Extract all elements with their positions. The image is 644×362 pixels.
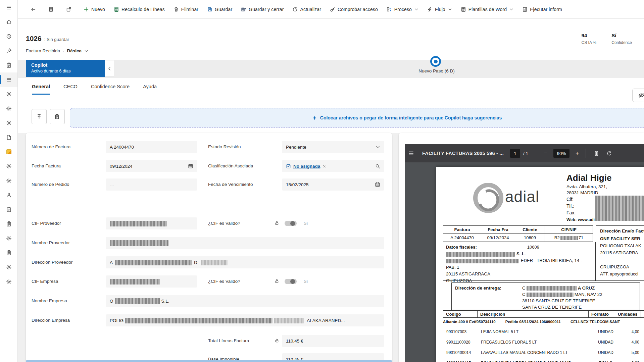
chevron-down-icon[interactable] xyxy=(84,49,88,53)
record-list-button[interactable] xyxy=(45,4,57,15)
sidebar-item-settings-5[interactable] xyxy=(0,173,17,188)
sidebar-item-pinned[interactable] xyxy=(0,44,17,58)
toolbar-label: Guardar xyxy=(215,7,232,12)
sidebar-item-clipboard-3[interactable] xyxy=(0,217,17,231)
cif-empresa-field[interactable] xyxy=(106,275,197,288)
pdf-page-total: / 1 xyxy=(523,151,528,156)
toolbar-label: Comprobar acceso xyxy=(338,7,378,12)
toolbar-ejecutar-informe-button[interactable]: Ejecutar inform xyxy=(522,7,562,12)
toolbar-actualizar-button[interactable]: Actualizar xyxy=(292,7,321,12)
sidebar-item-user[interactable] xyxy=(0,188,17,202)
hamburger-icon xyxy=(408,150,414,156)
pdf-fit-page-button[interactable] xyxy=(590,151,603,156)
toolbar-proceso-button[interactable]: Proceso xyxy=(387,7,418,12)
ejecutar-informe-icon xyxy=(522,7,528,12)
hide-panel-button[interactable] xyxy=(632,89,644,102)
process-stage-icon[interactable] xyxy=(430,56,441,67)
sidebar-item-settings-4[interactable] xyxy=(0,159,17,173)
field-label: CIF Empresa xyxy=(32,275,104,288)
stat-cs-ia: 94 CS IA % xyxy=(574,33,604,45)
sidebar-item-home[interactable] xyxy=(0,15,17,29)
tab-ayuda[interactable]: Ayuda xyxy=(143,84,157,95)
toolbar-recalculo-button[interactable]: Recalculo de Líneas xyxy=(114,7,165,12)
chevron-down-icon[interactable] xyxy=(376,145,380,149)
divider xyxy=(60,5,60,14)
invoice-line-item: 99030100415BOLSA BASURA NEGRA 85X105 G-1… xyxy=(443,358,644,362)
back-button[interactable] xyxy=(28,4,39,15)
copilot-collapse-button[interactable] xyxy=(105,60,114,77)
cif-valido-toggle[interactable] xyxy=(285,221,297,226)
chevron-down-icon[interactable] xyxy=(509,7,513,11)
field-label: Fecha de Vencimiento xyxy=(208,178,268,191)
estado-revision-select[interactable]: Pendiente xyxy=(282,141,384,153)
open-new-window-button[interactable] xyxy=(63,4,75,15)
sidebar-item-recent[interactable] xyxy=(0,29,17,44)
fecha-factura-field[interactable]: 09/12/2024 xyxy=(106,160,197,172)
sidebar-item-clipboard-1[interactable] xyxy=(0,58,17,72)
nombre-proveedor-field[interactable] xyxy=(106,237,384,249)
sidebar-item-settings-3[interactable] xyxy=(0,116,17,130)
tab-confidence-score[interactable]: Confidence Score xyxy=(91,84,130,95)
toolbar-nuevo-button[interactable]: Nuevo xyxy=(84,7,105,12)
form-selector[interactable]: Básica xyxy=(67,48,82,53)
sidebar-item-settings-6[interactable] xyxy=(0,231,17,246)
entity-list-icon xyxy=(6,77,12,83)
vencimiento-field[interactable]: 15/02/2025 xyxy=(282,178,384,191)
toolbar-flujo-button[interactable]: Flujo xyxy=(427,7,452,12)
pdf-zoom-in-button[interactable]: + xyxy=(573,150,582,157)
direccion-proveedor-field[interactable]: A D xyxy=(106,256,384,268)
sidebar-item-menu[interactable] xyxy=(0,0,17,15)
direccion-empresa-field[interactable]: POLIG ALAKA ARANED... xyxy=(106,314,384,326)
process-stage-label[interactable]: Nuevo Paso (6 D) xyxy=(403,68,470,73)
cif-valido-toggle[interactable] xyxy=(285,279,297,284)
tab-ceco[interactable]: CECO xyxy=(63,84,78,95)
copilot-banner[interactable]: Copilot Activo durante 6 días xyxy=(26,60,105,77)
chevron-down-icon[interactable] xyxy=(448,7,452,11)
copilot-hint-text: Colocar archivos o pegar de forma inteli… xyxy=(320,115,502,120)
sidebar-item-settings-2[interactable] xyxy=(0,101,17,116)
app-colored-icon xyxy=(6,149,11,154)
horizontal-scrollbar[interactable] xyxy=(26,360,392,362)
numero-pedido-field[interactable]: --- xyxy=(106,178,197,191)
calendar-icon[interactable] xyxy=(375,182,380,187)
numero-factura-field[interactable]: A 24004470 xyxy=(106,141,197,153)
toolbar-label: Proceso xyxy=(394,7,412,12)
tab-general[interactable]: General xyxy=(32,84,50,95)
settings-2-icon xyxy=(6,106,12,111)
sidebar-item-settings-1[interactable] xyxy=(0,87,17,101)
pdf-zoom-out-button[interactable]: − xyxy=(541,150,550,157)
toolbar-plantillas-word-button[interactable]: Plantillas de Word xyxy=(461,7,513,12)
pdf-menu-button[interactable] xyxy=(405,150,417,156)
pdf-rotate-button[interactable] xyxy=(603,151,615,156)
total-lineas-field[interactable]: 110,45 € xyxy=(282,335,384,347)
pdf-viewport[interactable]: adial Adial Higie Avda. Albufera, 321, 2… xyxy=(405,162,644,362)
toolbar-comprobar-acceso-button[interactable]: Comprobar acceso xyxy=(330,7,378,12)
clasificacion-link[interactable]: No asignada xyxy=(293,164,320,169)
sidebar-item-entity-list[interactable] xyxy=(0,72,17,87)
eliminar-icon xyxy=(174,7,179,12)
copilot-dropzone[interactable]: Colocar archivos o pegar de forma inteli… xyxy=(70,108,644,127)
sidebar-item-document[interactable] xyxy=(0,130,17,145)
left-nav-rail xyxy=(0,0,18,362)
actualizar-icon xyxy=(292,7,298,12)
toolbar-guardar-cerrar-button[interactable]: Guardar y cerrar xyxy=(241,7,284,12)
close-icon[interactable] xyxy=(323,164,326,168)
toolbar-eliminar-button[interactable]: Eliminar xyxy=(174,7,198,12)
fit-page-icon xyxy=(594,151,599,156)
sidebar-item-app-colored[interactable] xyxy=(0,145,17,159)
clasificacion-lookup[interactable]: No asignada xyxy=(282,160,384,172)
sidebar-item-clipboard-2[interactable] xyxy=(0,202,17,217)
nombre-empresa-field[interactable]: O S.L. xyxy=(106,295,384,307)
sidebar-item-clipboard-4[interactable] xyxy=(0,246,17,260)
pdf-zoom-level[interactable]: 90% xyxy=(553,149,569,158)
smart-paste-button[interactable] xyxy=(50,109,65,124)
toolbar-guardar-button[interactable]: Guardar xyxy=(207,7,232,12)
sidebar-item-settings-7[interactable] xyxy=(0,260,17,274)
search-icon[interactable] xyxy=(375,164,380,169)
sidebar-item-settings-8[interactable] xyxy=(0,274,17,289)
cif-proveedor-field[interactable] xyxy=(106,217,197,229)
upload-file-button[interactable] xyxy=(32,109,47,124)
calendar-icon[interactable] xyxy=(188,163,193,169)
pdf-page-input[interactable]: 1 xyxy=(510,149,520,158)
chevron-down-icon[interactable] xyxy=(414,7,418,11)
